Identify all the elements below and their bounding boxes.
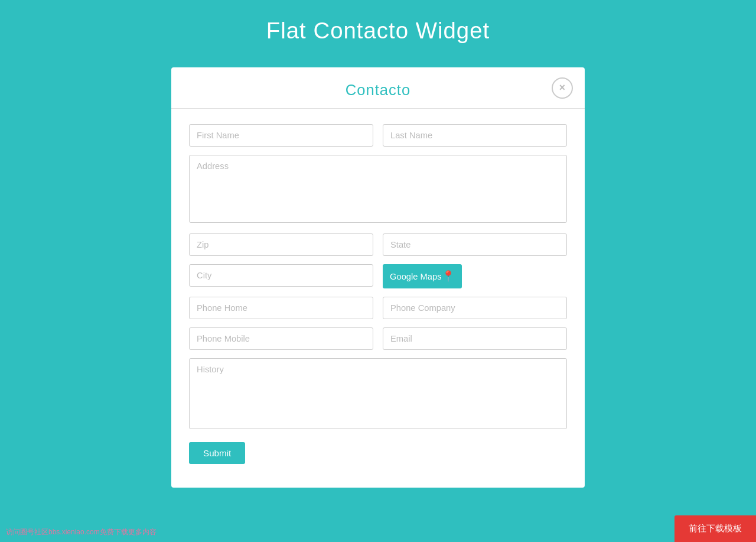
zip-input[interactable] [189,233,373,256]
city-maps-row: Google Maps 📍 [189,264,567,288]
email-input[interactable] [383,327,567,350]
zip-group [189,233,373,256]
form-body: Google Maps 📍 [171,115,585,464]
download-button[interactable]: 前往下载模板 [674,515,756,542]
modal-header: Contacto × [171,67,585,109]
address-group [189,155,567,225]
google-maps-group: Google Maps 📍 [383,264,567,288]
state-input[interactable] [383,233,567,256]
phone-mobile-email-row [189,327,567,350]
modal-title: Contacto [346,82,410,99]
phone-home-input[interactable] [189,297,373,319]
phone-company-input[interactable] [383,297,567,319]
map-pin-icon: 📍 [442,270,455,283]
phone-company-group [383,297,567,319]
email-group [383,327,567,350]
watermark-text: 访问圈号社区bbs.xieniao.com免费下载更多内容 [6,527,157,537]
phone-mobile-input[interactable] [189,327,373,350]
last-name-input[interactable] [383,124,567,147]
city-input[interactable] [189,264,373,287]
google-maps-button[interactable]: Google Maps 📍 [383,264,462,288]
submit-row: Submit [189,440,567,464]
submit-button[interactable]: Submit [189,442,245,464]
google-maps-label: Google Maps [390,272,442,281]
address-row [189,155,567,225]
first-name-input[interactable] [189,124,373,147]
phone-mobile-group [189,327,373,350]
phone-home-company-row [189,297,567,319]
history-group [189,358,567,431]
first-name-group [189,124,373,147]
address-input[interactable] [189,155,567,223]
page-title: Flat Contacto Widget [266,18,490,44]
history-row [189,358,567,431]
contact-modal: Contacto × [171,67,585,488]
zip-state-row [189,233,567,256]
last-name-group [383,124,567,147]
close-button[interactable]: × [552,77,573,99]
city-group [189,264,373,288]
phone-home-group [189,297,373,319]
name-row [189,124,567,147]
history-input[interactable] [189,358,567,429]
state-group [383,233,567,256]
